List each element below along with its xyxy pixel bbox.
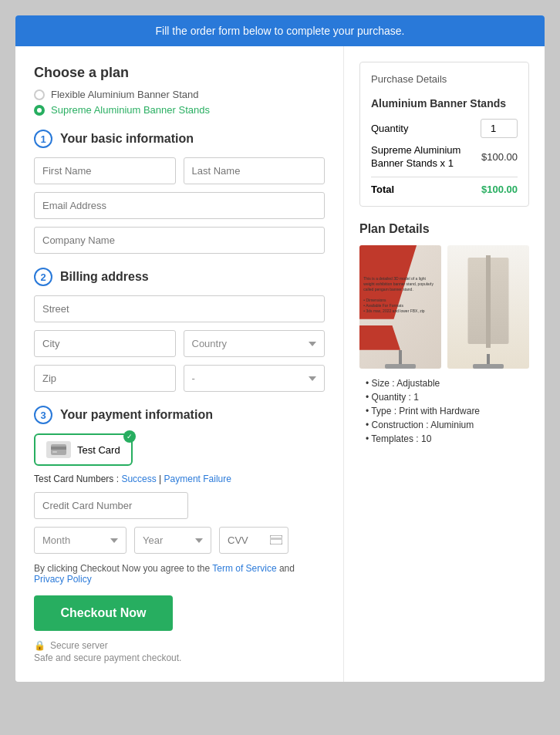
banner-red-bottom-shape: [359, 325, 400, 350]
cc-input[interactable]: [34, 492, 188, 519]
city-country-row: Country: [34, 330, 325, 357]
banner-base-1: [385, 364, 416, 369]
checkout-button[interactable]: Checkout Now: [34, 595, 173, 631]
radio-supreme: [34, 105, 45, 116]
company-row: [34, 227, 325, 254]
cvv-card-icon: [270, 534, 282, 547]
left-panel: Choose a plan Flexible Aluminium Banner …: [15, 46, 344, 682]
name-row: [34, 157, 325, 184]
year-select[interactable]: Year: [134, 527, 211, 554]
plan-features: Size : Adjustable Quantity : 1 Type : Pr…: [359, 378, 529, 444]
email-input[interactable]: [34, 192, 325, 219]
checkmark-icon: ✓: [123, 430, 136, 443]
product-name: Aluminium Banner Stands: [371, 97, 518, 110]
top-banner: Fill the order form below to complete yo…: [15, 15, 545, 46]
quantity-row: Quantity: [371, 119, 518, 138]
section-num-3: 3: [34, 406, 52, 424]
plan-option-flexible[interactable]: Flexible Aluminium Banner Stand: [34, 89, 325, 100]
total-price: $100.00: [481, 184, 518, 195]
banner2-pole: [486, 255, 491, 348]
tos-link[interactable]: Term of Service: [212, 563, 276, 574]
plan-flexible-label: Flexible Aluminium Banner Stand: [51, 89, 199, 100]
last-name-input[interactable]: [184, 157, 326, 184]
section-basic-header: 1 Your basic information: [34, 130, 325, 148]
month-year-cvv-row: Month Year: [34, 527, 325, 554]
banner-base-2: [473, 364, 504, 369]
test-card-label: Test Card: [77, 444, 120, 456]
feature-templates: Templates : 10: [359, 433, 529, 444]
banner-text-overlay-1: This is a detailed 3D model of a light w…: [363, 276, 437, 314]
zip-input[interactable]: [34, 365, 176, 392]
banner-image-2: [447, 245, 529, 369]
card-icon: [46, 441, 71, 458]
cc-row: [34, 492, 325, 519]
street-row: [34, 295, 325, 322]
lock-icon: 🔒: [34, 640, 46, 651]
terms-text: By clicking Checkout Now you agree to th…: [34, 563, 325, 585]
svg-rect-4: [270, 538, 282, 540]
quantity-label: Quantity: [371, 123, 408, 134]
feature-size: Size : Adjustable: [359, 378, 529, 389]
test-card-failure-link[interactable]: Payment Failure: [164, 474, 231, 484]
test-card-nums-label: Test Card Numbers :: [34, 474, 119, 484]
section-num-1: 1: [34, 130, 52, 148]
main-content: Choose a plan Flexible Aluminium Banner …: [15, 46, 545, 682]
section-payment-header: 3 Your payment information: [34, 406, 325, 424]
section-title-1: Your basic information: [60, 132, 194, 146]
terms-mid: and: [279, 563, 295, 574]
city-input[interactable]: [34, 330, 176, 357]
item-price: $100.00: [481, 151, 518, 163]
plan-supreme-label: Supreme Aluminium Banner Stands: [51, 104, 210, 116]
purchase-details-box: Purchase Details Aluminium Banner Stands…: [359, 62, 529, 207]
company-input[interactable]: [34, 227, 325, 254]
safe-text: Safe and secure payment checkout.: [34, 652, 325, 663]
svg-rect-2: [52, 451, 57, 453]
total-row: Total $100.00: [371, 177, 518, 195]
zip-state-row: -: [34, 365, 325, 392]
banner-image-1: This is a detailed 3D model of a light w…: [359, 245, 441, 369]
state-select[interactable]: -: [184, 365, 326, 392]
first-name-input[interactable]: [34, 157, 176, 184]
page-wrapper: Fill the order form below to complete yo…: [15, 15, 545, 682]
right-panel: Purchase Details Aluminium Banner Stands…: [344, 46, 545, 682]
choose-plan-title: Choose a plan: [34, 65, 325, 81]
secure-server-row: 🔒 Secure server: [34, 640, 325, 651]
total-label: Total: [371, 184, 394, 195]
section-num-2: 2: [34, 268, 52, 286]
quantity-input[interactable]: [481, 119, 518, 138]
purchase-details-title: Purchase Details: [371, 73, 518, 89]
section-title-2: Billing address: [60, 270, 149, 284]
plan-details-title: Plan Details: [359, 222, 529, 236]
feature-type: Type : Print with Hardware: [359, 406, 529, 416]
secure-label: Secure server: [50, 640, 108, 651]
cvv-wrapper: [219, 527, 288, 554]
privacy-link[interactable]: Privacy Policy: [34, 574, 92, 585]
svg-rect-1: [51, 447, 66, 450]
plan-option-supreme[interactable]: Supreme Aluminium Banner Stands: [34, 104, 325, 116]
section-billing-header: 2 Billing address: [34, 268, 325, 286]
email-row: [34, 192, 325, 219]
banner-text: Fill the order form below to complete yo…: [156, 25, 405, 37]
choose-plan-section: Choose a plan Flexible Aluminium Banner …: [34, 65, 325, 116]
item-desc: Supreme Aluminium Banner Stands x 1: [371, 144, 464, 170]
feature-quantity: Quantity : 1: [359, 392, 529, 403]
feature-construction: Construction : Aluminium: [359, 420, 529, 430]
terms-before: By clicking Checkout Now you agree to th…: [34, 563, 212, 574]
section-title-3: Your payment information: [60, 408, 213, 422]
test-card-nums-row: Test Card Numbers : Success | Payment Fa…: [34, 474, 325, 484]
banner-images: This is a detailed 3D model of a light w…: [359, 245, 529, 369]
street-input[interactable]: [34, 295, 325, 322]
month-select[interactable]: Month: [34, 527, 127, 554]
country-select[interactable]: Country: [184, 330, 326, 357]
test-card-success-link[interactable]: Success: [121, 474, 156, 484]
item-price-row: Supreme Aluminium Banner Stands x 1 $100…: [371, 144, 518, 170]
test-card-option[interactable]: Test Card ✓: [34, 433, 133, 466]
radio-flexible: [34, 89, 45, 100]
